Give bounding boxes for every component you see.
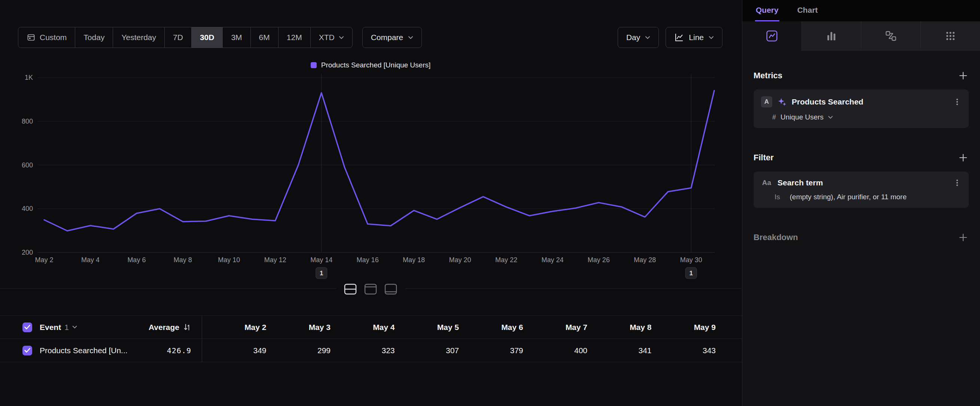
x-tick-label: May 10	[218, 256, 240, 264]
y-tick-label: 600	[22, 161, 33, 169]
layout-toggles	[336, 282, 405, 297]
y-tick-label: 200	[22, 249, 33, 256]
row-checkbox[interactable]	[22, 346, 32, 355]
y-tick-label: 1K	[25, 74, 33, 81]
cell-value-2: 323	[331, 346, 395, 355]
tab-chart[interactable]: Chart	[797, 0, 819, 21]
table-header-row: Event 1 Average May 2May 3May 4May 5May …	[0, 316, 742, 339]
line-chart-icon	[674, 33, 684, 42]
cell-value-5: 400	[523, 346, 588, 355]
x-tick-label: May 18	[403, 256, 425, 264]
chevron-down-icon	[72, 325, 77, 329]
chevron-down-icon	[828, 116, 833, 119]
average-header-sort[interactable]: Average	[128, 316, 191, 339]
y-tick-label: 400	[22, 205, 33, 212]
range-3m-button[interactable]: 3M	[222, 27, 250, 48]
range-today-button[interactable]: Today	[75, 27, 113, 48]
x-tick-label: May 14	[310, 256, 332, 264]
visualization-tabs	[742, 21, 980, 51]
column-header-1[interactable]: May 3	[267, 323, 331, 332]
chevron-down-icon	[645, 36, 650, 39]
main-panel: 2004006008001K11May 2May 4May 6May 8May …	[0, 0, 742, 406]
row-event-name: Products Searched [Un...	[40, 339, 128, 362]
metric-letter-badge: A	[761, 96, 772, 107]
range-7d-button[interactable]: 7D	[164, 27, 192, 48]
add-filter-button[interactable]	[958, 152, 969, 163]
filter-value[interactable]: (empty string), Air purifier, or 11 more	[790, 193, 907, 201]
filter-card[interactable]: Aa Search term Is (empty string), Air pu…	[754, 172, 969, 208]
select-all-checkbox[interactable]	[22, 322, 32, 332]
column-header-7[interactable]: May 9	[652, 323, 716, 332]
add-metric-button[interactable]	[958, 70, 969, 81]
layout-table-only-button[interactable]	[383, 282, 398, 297]
layout-chart-only-button[interactable]	[363, 282, 378, 297]
check-icon	[24, 348, 30, 353]
column-header-3[interactable]: May 5	[395, 323, 459, 332]
column-header-6[interactable]: May 8	[587, 323, 652, 332]
range-yesterday-button[interactable]: Yesterday	[113, 27, 165, 48]
metric-card[interactable]: A Products Searched # Unique Users	[754, 89, 969, 128]
calendar-icon	[27, 33, 35, 42]
compare-button[interactable]: Compare	[362, 27, 422, 48]
event-sparkle-icon	[778, 97, 786, 107]
chevron-down-icon	[408, 36, 413, 39]
x-tick-label: May 20	[449, 256, 471, 264]
viz-tab-more[interactable]	[921, 21, 980, 51]
viz-tab-bar[interactable]	[802, 21, 861, 51]
x-tick-label: May 22	[495, 256, 517, 264]
check-icon	[24, 325, 30, 330]
legend-swatch	[311, 62, 317, 68]
granularity-button[interactable]: Day	[618, 27, 659, 48]
x-tick-label: May 4	[81, 256, 100, 264]
range-xtd-button[interactable]: XTD	[310, 27, 353, 48]
viz-tab-line[interactable]	[742, 21, 802, 51]
x-tick-label: May 2	[35, 256, 53, 264]
x-tick-label: May 30	[680, 256, 702, 264]
series-line	[44, 91, 714, 231]
range-custom-button[interactable]: Custom	[18, 27, 75, 48]
chevron-down-icon	[709, 36, 714, 39]
results-table: Event 1 Average May 2May 3May 4May 5May …	[0, 315, 742, 362]
column-header-4[interactable]: May 6	[459, 323, 523, 332]
table-row-dates: 349299323307379400341343	[202, 339, 742, 362]
sidebar-tab-strip: Query Chart	[742, 0, 980, 21]
metrics-section-heading: Metrics	[754, 70, 969, 81]
cell-value-4: 379	[459, 346, 523, 355]
event-header-dropdown[interactable]: Event 1	[40, 316, 128, 339]
viz-tab-flows[interactable]	[861, 21, 921, 51]
range-12m-button[interactable]: 12M	[278, 27, 311, 48]
annotation-badge-label: 1	[320, 270, 323, 277]
layout-split-horizontal-button[interactable]	[343, 282, 358, 297]
cell-value-0: 349	[202, 346, 267, 355]
cell-value-1: 299	[267, 346, 331, 355]
query-sidebar: Query Chart Metrics A	[742, 0, 980, 406]
add-breakdown-button[interactable]	[958, 232, 969, 243]
row-average-value: 426.9	[167, 346, 191, 355]
metrics-heading-label: Metrics	[754, 71, 782, 81]
bar-chart-tab-icon	[826, 30, 837, 42]
aggregation-dropdown[interactable]: # Unique Users	[772, 113, 961, 121]
metric-kebab-menu[interactable]	[953, 98, 961, 106]
chart-type-button[interactable]: Line	[665, 27, 722, 48]
table-row: Products Searched [Un... 426.9 349299323…	[0, 339, 742, 362]
column-header-0[interactable]: May 2	[202, 323, 267, 332]
breakdown-heading-label: Breakdown	[754, 232, 798, 242]
range-6m-button[interactable]: 6M	[250, 27, 278, 48]
column-header-2[interactable]: May 4	[331, 323, 395, 332]
filter-kebab-menu[interactable]	[953, 179, 961, 187]
string-type-badge: Aa	[761, 179, 772, 187]
range-30d-button[interactable]: 30D	[191, 27, 223, 48]
x-tick-label: May 26	[588, 256, 610, 264]
sort-icon	[183, 323, 191, 331]
range-group: CustomTodayYesterday7D30D3M6M12MXTD	[18, 27, 353, 48]
cell-value-7: 343	[652, 346, 716, 355]
toolbar: CustomTodayYesterday7D30D3M6M12MXTD Comp…	[18, 27, 722, 48]
cell-value-3: 307	[395, 346, 459, 355]
filter-operator[interactable]: Is	[775, 193, 780, 201]
column-header-5[interactable]: May 7	[523, 323, 588, 332]
cell-value-6: 341	[587, 346, 652, 355]
breakdown-section-heading: Breakdown	[754, 232, 969, 243]
x-tick-label: May 24	[541, 256, 563, 264]
chart-legend[interactable]: Products Searched [Unique Users]	[0, 61, 741, 69]
tab-query[interactable]: Query	[755, 0, 780, 21]
